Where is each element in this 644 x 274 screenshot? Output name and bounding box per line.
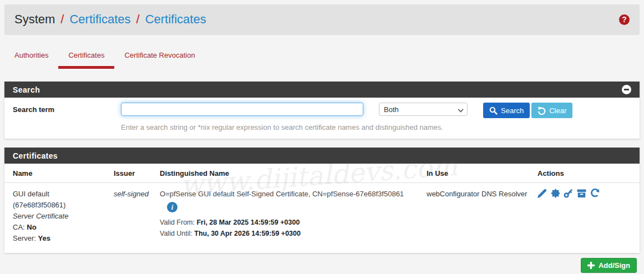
export-certificate-icon[interactable] [551,189,560,201]
plus-icon [587,262,595,269]
breadcrumb-separator: / [136,12,140,27]
breadcrumb-link-certificates-tab[interactable]: Certificates [145,12,206,27]
renew-icon[interactable] [590,189,600,201]
cell-issuer: self-signed [114,183,160,253]
tab-bar: Authorities Certificates Certificate Rev… [4,45,640,69]
pfsense-certificates-page: System / Certificates / Certificates ? A… [0,0,644,274]
certificates-panel-title: Certificates [13,151,58,160]
column-header-issuer: Issuer [114,164,160,183]
collapse-panel-icon[interactable] [622,85,631,94]
tab-certificates[interactable]: Certificates [58,45,114,69]
search-icon [489,106,498,115]
tab-authorities[interactable]: Authorities [4,45,58,69]
search-panel-title: Search [13,85,40,94]
cell-actions [537,183,640,253]
column-header-actions: Actions [537,164,640,183]
search-term-label: Search term [13,103,121,114]
certificate-name: GUI default [13,189,108,200]
search-hint-text: Enter a search string or *nix regular ex… [121,123,631,131]
tab-certificate-revocation[interactable]: Certificate Revocation [114,45,205,69]
search-button[interactable]: Search [483,103,530,118]
footer-actions: Add/Sign [0,258,637,273]
certificates-table: Name Issuer Distinguished Name In Use Ac… [4,164,640,253]
cell-name: GUI default (67e68f3f50861) Server Certi… [4,183,114,253]
edit-icon[interactable] [537,189,547,201]
breadcrumb: System / Certificates / Certificates ? [4,4,640,34]
search-panel: Search Search term Both [4,82,640,139]
export-private-key-icon[interactable] [564,189,573,201]
cell-distinguished-name: O=pfSense GUI default Self-Signed Certif… [160,183,427,253]
ca-flag: CA: No [13,222,108,233]
breadcrumb-link-certificates[interactable]: Certificates [69,12,130,27]
certificate-serial: (67e68f3f50861) [13,200,108,211]
certificates-panel: Certificates Name Issuer Distinguished N… [4,148,640,253]
column-header-in-use: In Use [427,164,537,183]
cell-in-use: webConfigurator DNS Resolver [427,183,537,253]
search-panel-header: Search [4,82,640,98]
column-header-name: Name [4,164,114,183]
breadcrumb-separator: / [60,12,64,27]
valid-from: Valid From: Fri, 28 Mar 2025 14:59:59 +0… [160,217,421,228]
clear-button[interactable]: Clear [531,103,572,118]
help-icon[interactable]: ? [619,14,630,25]
info-icon[interactable]: i [167,202,178,212]
distinguished-name-text: O=pfSense GUI default Self-Signed Certif… [160,189,421,200]
server-flag: Server: Yes [13,233,108,244]
table-header-row: Name Issuer Distinguished Name In Use Ac… [4,164,640,183]
breadcrumb-root: System [14,12,55,27]
valid-until: Valid Until: Thu, 30 Apr 2026 14:59:59 +… [160,228,421,239]
certificates-panel-header: Certificates [4,148,640,164]
add-sign-button[interactable]: Add/Sign [581,258,637,273]
search-input[interactable] [121,103,363,116]
search-panel-body: Search term Both Search [4,98,640,139]
export-pkcs12-icon[interactable] [577,189,586,201]
undo-icon [537,106,546,115]
column-header-distinguished-name: Distinguished Name [160,164,427,183]
certificate-type: Server Certificate [13,211,108,222]
search-scope-select[interactable]: Both [379,103,468,116]
certificate-row: GUI default (67e68f3f50861) Server Certi… [4,183,640,253]
